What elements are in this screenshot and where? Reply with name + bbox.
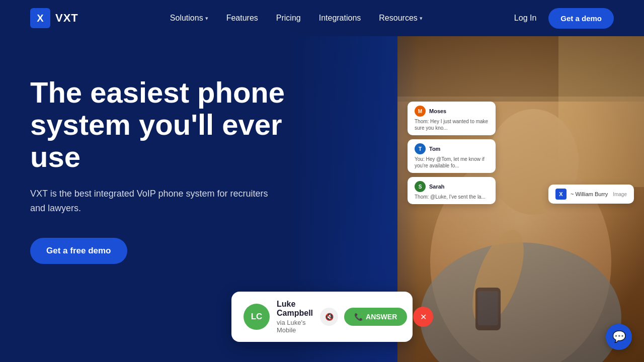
mute-icon: 🔇 bbox=[325, 313, 334, 321]
caller-info: Luke Campbell via Luke's Mobile bbox=[277, 300, 313, 334]
nav-links: Solutions ▾ Features Pricing Integration… bbox=[170, 14, 423, 23]
phone-icon: 📞 bbox=[354, 313, 363, 321]
decline-button[interactable]: ✕ bbox=[413, 307, 433, 327]
caller-via: via Luke's Mobile bbox=[277, 319, 313, 334]
logo[interactable]: X VXT bbox=[30, 8, 78, 28]
nav-solutions[interactable]: Solutions ▾ bbox=[170, 14, 208, 23]
hero-subtitle: VXT is the best integrated VoIP phone sy… bbox=[30, 187, 282, 216]
nav-actions: Log In Get a demo bbox=[514, 8, 614, 29]
chat-bubble-moses: M Moses Thom: Hey I just wanted to make … bbox=[408, 102, 496, 135]
notification-tag: Image bbox=[613, 192, 627, 197]
nav-features[interactable]: Features bbox=[226, 14, 258, 23]
hero-title: The easiest phone system you'll ever use bbox=[30, 76, 332, 172]
login-link[interactable]: Log In bbox=[514, 14, 536, 23]
answer-button[interactable]: 📞 ANSWER bbox=[344, 308, 407, 326]
decline-icon: ✕ bbox=[420, 312, 427, 322]
navbar: X VXT Solutions ▾ Features Pricing Integ… bbox=[0, 0, 644, 36]
chat-bubble-tom: T Tom You: Hey @Tom, let me know if you'… bbox=[408, 139, 496, 173]
chevron-down-icon: ▾ bbox=[205, 15, 208, 22]
call-actions: 🔇 📞 ANSWER ✕ bbox=[320, 307, 433, 327]
caller-avatar: LC bbox=[244, 304, 270, 330]
chat-name-sarah: Sarah bbox=[429, 184, 445, 190]
chat-bubbles-overlay: M Moses Thom: Hey I just wanted to make … bbox=[408, 102, 496, 204]
logo-icon: X bbox=[30, 8, 50, 28]
notification-logo: X bbox=[555, 189, 567, 200]
chat-name-moses: Moses bbox=[429, 108, 446, 114]
hero-section: The easiest phone system you'll ever use… bbox=[0, 36, 644, 362]
chat-widget-button[interactable]: 💬 bbox=[606, 324, 632, 350]
chat-widget-icon: 💬 bbox=[612, 330, 626, 343]
chat-bubble-sarah: S Sarah Thom: @Luke, I've sent the la... bbox=[408, 177, 496, 204]
get-demo-button[interactable]: Get a demo bbox=[548, 8, 614, 29]
nav-integrations[interactable]: Integrations bbox=[319, 14, 361, 23]
caller-name: Luke Campbell bbox=[277, 300, 313, 318]
nav-pricing[interactable]: Pricing bbox=[276, 14, 301, 23]
avatar-moses: M bbox=[415, 106, 426, 117]
brand-name: VXT bbox=[55, 12, 78, 25]
notification-text: ~ William Burry bbox=[571, 191, 608, 197]
avatar-tom: T bbox=[415, 143, 426, 154]
hero-cta-button[interactable]: Get a free demo bbox=[30, 238, 127, 264]
chat-msg-sarah: Thom: @Luke, I've sent the la... bbox=[415, 194, 489, 200]
chat-msg-tom: You: Hey @Tom, let me know if you're ava… bbox=[415, 156, 489, 169]
chevron-down-icon: ▾ bbox=[420, 15, 423, 22]
logo-letter: X bbox=[37, 13, 43, 24]
notification-overlay: X ~ William Burry Image bbox=[548, 185, 634, 204]
nav-resources[interactable]: Resources ▾ bbox=[379, 14, 422, 23]
avatar-sarah: S bbox=[415, 181, 426, 192]
hero-content: The easiest phone system you'll ever use… bbox=[30, 76, 332, 264]
incoming-call-card: LC Luke Campbell via Luke's Mobile 🔇 📞 A… bbox=[231, 292, 413, 342]
chat-name-tom: Tom bbox=[429, 146, 440, 152]
mute-button[interactable]: 🔇 bbox=[320, 308, 338, 326]
chat-msg-moses: Thom: Hey I just wanted to make sure you… bbox=[415, 118, 489, 131]
